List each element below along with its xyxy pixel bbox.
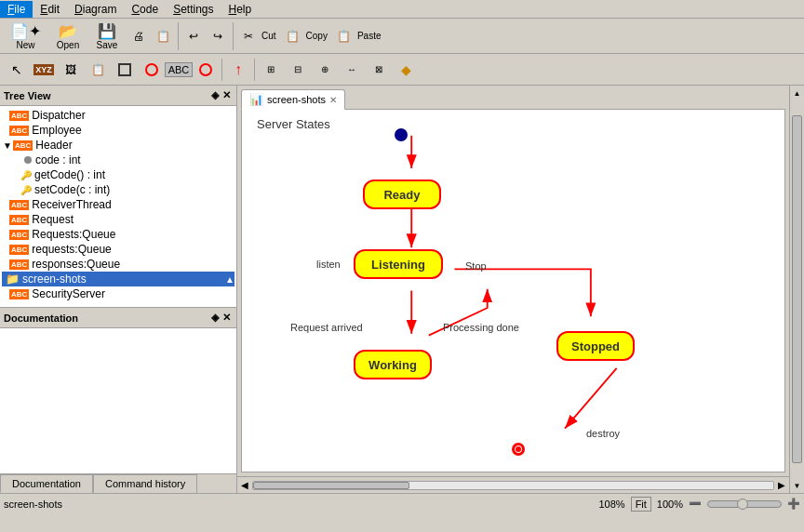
cut-label: Cut bbox=[261, 31, 276, 41]
hline-icon: ⊟ bbox=[294, 64, 302, 74]
screenshots-folder-icon: 📁 bbox=[6, 273, 20, 286]
tab-bar: 📊 screen-shots ✕ bbox=[237, 86, 789, 109]
tree-item-getcode[interactable]: 🔑 getCode() : int bbox=[2, 167, 234, 182]
text-abc-icon: ABC bbox=[165, 62, 194, 77]
split-icon: ⊠ bbox=[375, 64, 382, 74]
diagram-tab-screenshots[interactable]: 📊 screen-shots ✕ bbox=[241, 89, 345, 110]
zoom-in-button[interactable]: ➕ bbox=[787, 498, 800, 510]
diagram-title: Server States bbox=[257, 117, 330, 131]
fit-label[interactable]: Fit bbox=[631, 497, 651, 512]
menu-file[interactable]: File bbox=[0, 1, 33, 18]
header-label: Header bbox=[35, 139, 72, 152]
state-ready[interactable]: Ready bbox=[363, 180, 441, 209]
tab-command-history[interactable]: Command history bbox=[93, 474, 197, 493]
select-tool[interactable]: ↖ bbox=[4, 57, 30, 83]
cursor-icon: ↖ bbox=[11, 62, 22, 77]
save-button[interactable]: 💾 Save bbox=[88, 20, 126, 53]
copy-button[interactable]: 📋 bbox=[282, 25, 304, 47]
tree-item-receiverthread[interactable]: ABC ReceiverThread bbox=[2, 197, 234, 212]
open-button[interactable]: 📂 Open bbox=[49, 20, 87, 53]
setcode-label: setCode(c : int) bbox=[34, 183, 110, 196]
requestsqueue-label: Requests:Queue bbox=[32, 228, 115, 241]
menu-edit[interactable]: Edit bbox=[33, 1, 67, 18]
xyz-tool[interactable]: XYZ bbox=[31, 57, 57, 83]
tree-item-requestsqueue2[interactable]: ABC requests:Queue bbox=[2, 242, 234, 257]
employee-label: Employee bbox=[32, 124, 81, 137]
zoom-slider-thumb[interactable] bbox=[737, 499, 748, 510]
right-panel: 📊 screen-shots ✕ Server States bbox=[237, 86, 789, 493]
tab-documentation-label: Documentation bbox=[12, 478, 81, 489]
h-scrollbar-track[interactable] bbox=[252, 481, 774, 490]
menu-code[interactable]: Code bbox=[124, 1, 166, 18]
treeview-pin-icon[interactable]: ◈ bbox=[209, 87, 221, 103]
redo-icon: ↪ bbox=[213, 30, 222, 43]
tree-item-setcode[interactable]: 🔑 setCode(c : int) bbox=[2, 182, 234, 197]
cross-tool[interactable]: ⊕ bbox=[312, 57, 338, 83]
state-stopped[interactable]: Stopped bbox=[556, 331, 635, 361]
state-listening-label: Listening bbox=[371, 258, 425, 272]
print-icon: 🖨 bbox=[133, 30, 144, 43]
hextend-icon: ↔ bbox=[347, 64, 356, 74]
scroll-left-button[interactable]: ◀ bbox=[241, 480, 248, 490]
note-tool[interactable]: 📋 bbox=[85, 57, 111, 83]
menu-diagram[interactable]: Diagram bbox=[67, 1, 124, 18]
redo-button[interactable]: ↪ bbox=[207, 25, 229, 47]
hextend-tool[interactable]: ↔ bbox=[339, 57, 365, 83]
split-tool[interactable]: ⊠ bbox=[366, 57, 392, 83]
text-tool[interactable]: ABC bbox=[166, 57, 192, 83]
cut-icon: ✂ bbox=[244, 30, 253, 43]
tree-item-screenshots[interactable]: 📁 screen-shots ▲ bbox=[2, 272, 234, 286]
tree-item-request[interactable]: ABC Request bbox=[2, 212, 234, 227]
end-dot bbox=[512, 443, 525, 456]
tree-item-employee[interactable]: ABC Employee bbox=[2, 123, 234, 138]
h-scrollbar-thumb[interactable] bbox=[253, 482, 409, 489]
state-listening[interactable]: Listening bbox=[354, 249, 443, 279]
copy-icon: 📋 bbox=[286, 30, 300, 43]
undo-button[interactable]: ↩ bbox=[182, 25, 205, 47]
scroll-up-button[interactable]: ▲ bbox=[790, 86, 804, 100]
doc-header: Documentation ◈ ✕ bbox=[0, 308, 236, 328]
rect-tool[interactable] bbox=[112, 57, 138, 83]
scroll-down-button[interactable]: ▼ bbox=[790, 478, 804, 493]
cut-button[interactable]: ✂ bbox=[237, 25, 260, 47]
hline-tool[interactable]: ⊟ bbox=[285, 57, 311, 83]
up-arrow-icon: ↑ bbox=[234, 61, 242, 78]
tab-folder-icon: 📊 bbox=[249, 93, 263, 106]
menu-help[interactable]: Help bbox=[221, 1, 260, 18]
tab-close-button[interactable]: ✕ bbox=[329, 95, 337, 105]
treeview-close-icon[interactable]: ✕ bbox=[221, 87, 233, 103]
tree-item-securityserver[interactable]: ABC SecurityServer bbox=[2, 286, 234, 301]
hflow-tool[interactable]: ⊞ bbox=[258, 57, 284, 83]
header-toggle[interactable]: ▼ bbox=[2, 140, 13, 151]
state-working[interactable]: Working bbox=[354, 350, 432, 379]
stop-tool[interactable] bbox=[193, 57, 219, 83]
tree-item-header[interactable]: ▼ ABC Header bbox=[2, 138, 234, 153]
zoom-out-button[interactable]: ➖ bbox=[689, 498, 702, 510]
dispatcher-label: Dispatcher bbox=[32, 109, 85, 122]
print2-button[interactable]: 📋 bbox=[152, 25, 174, 47]
scroll-right-button[interactable]: ▶ bbox=[778, 480, 785, 490]
tab-documentation[interactable]: Documentation bbox=[0, 474, 93, 493]
tree-item-requestsqueue[interactable]: ABC Requests:Queue bbox=[2, 227, 234, 242]
up-arrow-tool[interactable]: ↑ bbox=[225, 57, 251, 83]
icon-tool[interactable]: 🖼 bbox=[58, 57, 84, 83]
doc-pin-icon[interactable]: ◈ bbox=[209, 310, 221, 326]
print2-icon: 📋 bbox=[156, 30, 170, 43]
tree-view[interactable]: ABC Dispatcher ABC Employee ▼ ABC Header… bbox=[0, 106, 236, 307]
menu-settings[interactable]: Settings bbox=[166, 1, 221, 18]
requestsqueue2-label: requests:Queue bbox=[32, 243, 111, 256]
cross-icon: ⊕ bbox=[321, 64, 328, 74]
v-scrollbar-thumb[interactable] bbox=[792, 115, 802, 463]
note-icon: 📋 bbox=[91, 63, 105, 76]
circle-tool[interactable] bbox=[139, 57, 165, 83]
new-button[interactable]: 📄✦ New bbox=[4, 20, 47, 53]
paste-button[interactable]: 📋 bbox=[333, 25, 355, 47]
tree-item-responsesqueue[interactable]: ABC responses:Queue bbox=[2, 257, 234, 272]
tree-item-code[interactable]: code : int bbox=[2, 153, 234, 167]
zoom-slider[interactable] bbox=[707, 500, 782, 508]
label-listen: listen bbox=[316, 259, 341, 270]
doc-close-icon[interactable]: ✕ bbox=[221, 310, 233, 326]
tree-item-dispatcher[interactable]: ABC Dispatcher bbox=[2, 108, 234, 123]
diamond-tool[interactable]: ◆ bbox=[393, 57, 419, 83]
print-button[interactable]: 🖨 bbox=[127, 25, 150, 47]
